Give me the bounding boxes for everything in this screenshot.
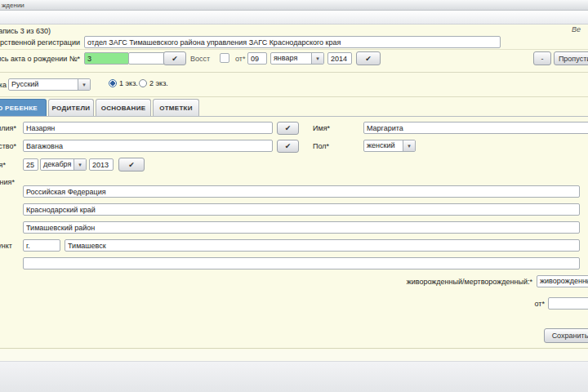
copies-radio-1[interactable]: 1 экз. bbox=[109, 79, 138, 87]
skip-button[interactable]: Пропустить bbox=[554, 51, 588, 65]
copies-radio-2-label: 2 экз. bbox=[149, 79, 168, 87]
save-button[interactable]: Сохранить bbox=[544, 328, 588, 343]
tab-grounds[interactable]: ОСНОВАНИЕ bbox=[96, 99, 151, 117]
settlement-name-input[interactable] bbox=[65, 239, 580, 252]
confirm-birth-date-button[interactable]: ✔ bbox=[118, 158, 145, 172]
language-select[interactable]: Русский ▾ bbox=[8, 78, 91, 91]
liveborn-value: живорожденный bbox=[537, 276, 588, 287]
radio-unselected-icon bbox=[139, 79, 147, 87]
reg-place-label: Место государственной регистрации bbox=[0, 38, 80, 47]
confirm-reg-date-button[interactable]: ✔ bbox=[356, 51, 381, 65]
radio-selected-icon bbox=[109, 79, 117, 87]
liveborn-select[interactable]: живорожденный ▾ bbox=[537, 275, 588, 287]
reg-date-month-value: января bbox=[271, 53, 311, 64]
dropdown-trigger-icon[interactable]: ▾ bbox=[403, 140, 415, 151]
window-titlebar: ждении bbox=[0, 0, 588, 11]
reg-date-year-input[interactable] bbox=[327, 52, 352, 65]
name-label: Имя* bbox=[313, 124, 330, 132]
birth-month-select[interactable]: декабря ▾ bbox=[40, 158, 87, 171]
patronymic-label: Отчество* bbox=[0, 142, 16, 150]
sex-value: женский bbox=[364, 140, 403, 151]
reg-date-from-label: от* bbox=[235, 55, 245, 63]
birth-year-input[interactable] bbox=[89, 158, 114, 171]
surname-label: Фамилия* bbox=[0, 124, 16, 132]
confirm-act-number-button[interactable]: ✔ bbox=[163, 51, 186, 65]
tabbar-baseline bbox=[0, 116, 588, 117]
record-counter: запись 3 из 630) bbox=[0, 27, 51, 35]
patronymic-input[interactable] bbox=[23, 140, 273, 152]
name-input[interactable] bbox=[363, 122, 588, 134]
restore-checkbox[interactable] bbox=[220, 53, 229, 63]
restore-label: Восст bbox=[190, 55, 210, 63]
liveborn-label: живорожденный/мертворожденный:* bbox=[407, 278, 532, 286]
separator bbox=[0, 72, 588, 73]
birth-month-value: декабря bbox=[41, 159, 74, 170]
act-number-input[interactable] bbox=[84, 52, 129, 65]
birth-date-label: Дата рождения* bbox=[0, 161, 6, 169]
birthplace-region-input[interactable] bbox=[23, 203, 580, 216]
sex-label: Пол* bbox=[313, 142, 329, 150]
tab-parents[interactable]: РОДИТЕЛИ bbox=[48, 99, 94, 117]
tab-child[interactable]: О РЕБЕНКЕ bbox=[0, 99, 47, 117]
footer-panel bbox=[0, 362, 588, 392]
version-note: Ве bbox=[572, 25, 581, 33]
sex-select[interactable]: женский ▾ bbox=[363, 140, 416, 152]
birthplace-country-input[interactable] bbox=[23, 185, 580, 198]
window-title-fragment: ждении bbox=[2, 2, 24, 9]
settlement-type-input[interactable] bbox=[23, 239, 60, 252]
surname-input[interactable] bbox=[23, 122, 273, 134]
birth-day-input[interactable] bbox=[23, 158, 38, 171]
birthplace-district-input[interactable] bbox=[23, 221, 580, 234]
reg-date-month-select[interactable]: января ▾ bbox=[270, 52, 324, 65]
toolbar-strip bbox=[0, 11, 588, 24]
reg-place-input[interactable] bbox=[84, 36, 501, 48]
confirm-patronymic-button[interactable]: ✔ bbox=[277, 140, 299, 153]
copies-radio-2[interactable]: 2 экз. bbox=[139, 79, 168, 87]
doc-from-label: от* bbox=[535, 300, 545, 308]
birthplace-label: Место рождения* bbox=[0, 178, 15, 186]
dropdown-trigger-icon[interactable]: ▾ bbox=[311, 53, 323, 64]
copies-radio-1-label: 1 экз. bbox=[119, 79, 138, 87]
confirm-surname-button[interactable]: ✔ bbox=[277, 122, 299, 135]
language-value: Русский bbox=[9, 79, 78, 90]
doc-from-input[interactable] bbox=[548, 297, 588, 310]
collapse-button[interactable]: - bbox=[533, 51, 551, 65]
tab-marks[interactable]: ОТМЕТКИ bbox=[153, 99, 199, 117]
footer-strip bbox=[0, 350, 588, 362]
act-number-label: Запись акта о рождении №* bbox=[0, 55, 80, 63]
language-label: Язык бланка bbox=[0, 81, 7, 89]
settlement-label: Населенный пункт bbox=[0, 242, 12, 250]
separator bbox=[0, 96, 588, 97]
reg-date-day-input[interactable] bbox=[247, 52, 267, 65]
separator bbox=[0, 49, 588, 50]
birthplace-extra-input[interactable] bbox=[23, 257, 580, 270]
birth-record-window: ждении запись 3 из 630) Ве Место государ… bbox=[0, 0, 588, 392]
dropdown-trigger-icon[interactable]: ▾ bbox=[78, 79, 90, 90]
dropdown-trigger-icon[interactable]: ▾ bbox=[74, 159, 86, 170]
